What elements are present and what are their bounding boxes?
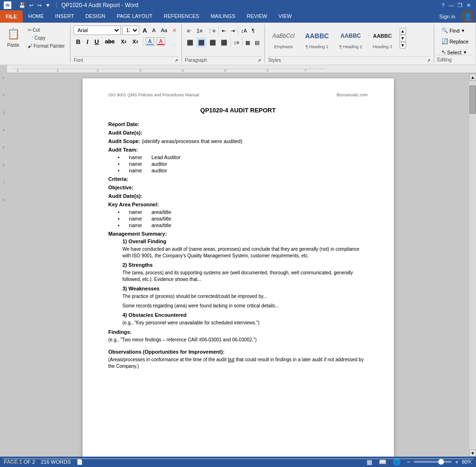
team-name-1: name [129,154,142,160]
align-left-button[interactable]: ⬛ [185,37,195,48]
scrollbar[interactable]: ▲ ▼ [469,74,476,457]
scroll-up-button[interactable]: ▲ [469,74,476,81]
tab-design[interactable]: DESIGN [80,10,111,23]
sort-button[interactable]: ↕A [239,25,249,36]
bullets-button[interactable]: ≡⋅ [185,25,193,36]
para-div3 [230,38,231,47]
font-expand-icon[interactable]: ↗ [175,58,178,63]
file-menu-button[interactable]: FILE [0,10,23,23]
font-family-select[interactable]: Arial [74,25,121,35]
list-item: • name Lead Auditor [118,154,368,160]
style-scroll-up[interactable]: ▲ [400,28,406,34]
style-heading1[interactable]: AABBC ¶ Heading 1 [301,25,334,51]
style-scroll-buttons: ▲ ▼ ▼ [400,28,406,49]
scroll-track[interactable] [469,81,476,450]
font-label: Font [74,58,83,63]
font-grow-button[interactable]: A [141,26,149,35]
justify-button[interactable]: ⬛ [219,37,229,48]
document-area[interactable]: ISO 9001 QMS Policies and Procedures Man… [7,74,469,457]
underline-button[interactable]: U [92,36,101,47]
redo-quick-btn[interactable]: ↪ [36,2,42,8]
kp-name-1: name [129,209,142,215]
align-center-button[interactable]: ⬛ [196,37,207,48]
subscript-button[interactable]: X2 [118,36,129,47]
window-controls: ? — ❐ ✕ [439,1,472,9]
editing-group-label-row: Editing [437,55,473,63]
field-audit-dates: Audit Date(s): [109,130,368,136]
change-case-button[interactable]: Aa [159,26,169,34]
editing-label: Editing [437,57,452,62]
strikethrough-button[interactable]: abc [103,36,117,47]
paragraph-expand-icon[interactable]: ↗ [258,58,261,63]
team-name-3: name [129,168,142,173]
font-shrink-button[interactable]: A [150,26,158,34]
clipboard-group: 📋 Paste ✂ Cut 📄 Copy 🖌 Format Painter Cl… [0,24,70,64]
style-heading3[interactable]: AABBC Heading 3 [368,25,397,51]
undo-quick-btn[interactable]: ↩ [28,2,34,8]
tab-home[interactable]: HOME [23,10,50,23]
save-quick-btn[interactable]: 💾 [18,2,26,8]
section-2-body: The (area, process) and its supporting s… [123,270,368,283]
cut-button[interactable]: ✂ Cut [25,26,67,34]
style-emphasis[interactable]: AaBbCcI Emphasis [268,25,299,51]
paragraph-group: ≡⋅ 1≡ ⋮≡ ⇤ ⇥ ↕A ¶ ⬛ ⬛ ⬛ ⬛ ↕≡ ▦ ▤ Paragra… [182,24,265,64]
scroll-down-button[interactable]: ▼ [469,450,476,457]
tab-view[interactable]: VIEW [273,10,297,23]
quick-access-toolbar: 💾 ↩ ↪ ▼ [18,2,51,8]
zoom-slider[interactable] [414,461,451,463]
menu-tabs: HOME INSERT DESIGN PAGE LAYOUT REFERENCE… [23,10,298,23]
ribbon-content: 📋 Paste ✂ Cut 📄 Copy 🖌 Format Painter Cl… [0,23,476,65]
decrease-indent-button[interactable]: ⇤ [220,25,228,36]
paragraph-label: Paragraph [185,58,207,63]
section-3-body2: Some records regarding (area) were found… [123,303,368,309]
maximize-button[interactable]: ❐ [456,1,464,9]
show-marks-button[interactable]: ¶ [250,25,257,36]
multilevel-button[interactable]: ⋮≡ [205,25,217,36]
help-button[interactable]: ? [439,1,447,9]
shading-button[interactable]: ▦ [243,37,252,48]
style-heading2[interactable]: AABBC ¶ Heading 2 [335,25,366,51]
close-button[interactable]: ✕ [465,1,472,9]
style-scroll-down[interactable]: ▼ [400,35,406,42]
tab-insert[interactable]: INSERT [50,10,80,23]
sign-in-button[interactable]: Sign in [439,14,455,19]
kp-role-3: area/title [151,222,171,228]
align-right-button[interactable]: ⬛ [208,37,218,48]
tab-page-layout[interactable]: PAGE LAYOUT [111,10,158,23]
tab-review[interactable]: REVIEW [241,10,273,23]
clipboard-expand-icon[interactable]: ↗ [469,460,473,465]
document-page[interactable]: ISO 9001 QMS Policies and Procedures Man… [83,78,394,457]
style-more[interactable]: ▼ [400,42,406,49]
team-role-1: Lead Auditor [151,154,181,160]
user-avatar[interactable]: 👤 [461,10,474,23]
text-highlight-button[interactable]: A [146,37,154,46]
title-bar: W 💾 ↩ ↪ ▼ QP1020-4 Audit Report - Word ?… [0,0,476,10]
clear-format-button[interactable]: ✕ [170,26,178,34]
font-group-label-row: Font ↗ [74,56,178,63]
superscript-button[interactable]: X2 [130,36,141,47]
window-title: QP1020-4 Audit Report - Word [61,2,138,8]
bold-button[interactable]: B [74,36,83,47]
borders-button[interactable]: ▤ [253,37,261,48]
criteria-label: Criteria: [109,176,368,182]
tab-mailings[interactable]: MAILINGS [205,10,241,23]
minimize-button[interactable]: — [448,1,455,9]
copy-button[interactable]: 📄 Copy [25,34,67,42]
styles-expand-icon[interactable]: ↗ [427,58,431,63]
font-size-select[interactable]: 12 [122,25,139,35]
font-color-button[interactable]: A [157,37,165,46]
numbering-button[interactable]: 1≡ [195,25,205,36]
tab-references[interactable]: REFERENCES [158,10,205,23]
replace-button[interactable]: 🔄 Replace [438,36,472,46]
ribbon: FILE HOME INSERT DESIGN PAGE LAYOUT REFE… [0,10,476,23]
format-painter-button[interactable]: 🖌 Format Painter [25,42,67,50]
field-report-date: Report Date: [109,121,368,127]
paste-button[interactable]: 📋 Paste [3,25,24,49]
line-spacing-button[interactable]: ↕≡ [232,37,241,48]
quick-access-dropdown[interactable]: ▼ [44,2,51,8]
find-button[interactable]: 🔍 Find ▼ [438,25,472,35]
italic-button[interactable]: I [84,36,91,47]
scroll-thumb[interactable] [469,85,476,114]
findings-label: Findings: [109,329,368,335]
increase-indent-button[interactable]: ⇥ [229,25,237,36]
